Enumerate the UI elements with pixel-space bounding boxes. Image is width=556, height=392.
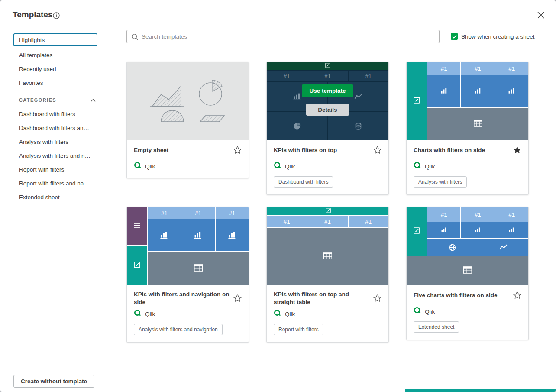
card-title: KPIs with filters on top and straight ta… (274, 291, 370, 306)
sidebar-category-dashboard-with-filters-and-nav[interactable]: Dashboard with filters an… (13, 121, 97, 135)
filter-bar (267, 207, 388, 215)
qlik-logo-icon (134, 309, 142, 319)
publisher-name: Qlik (145, 163, 155, 170)
thumbnail-kpis-filters-nav-side: #1 #1 #1 (127, 207, 249, 285)
kpi-label: #1 (427, 62, 460, 75)
favorite-star-icon[interactable] (373, 294, 382, 303)
use-template-button[interactable]: Use template (302, 84, 353, 97)
filter-bar (407, 62, 427, 140)
bar-chart-icon (461, 222, 494, 238)
sidebar-category-analysis-with-filters[interactable]: Analysis with filters (13, 135, 97, 149)
favorite-star-icon[interactable] (233, 294, 242, 303)
sidebar-item-favorites[interactable]: Favorites (13, 76, 97, 90)
template-card-charts-filters-side[interactable]: #1 #1 #1 (406, 62, 529, 195)
kpi-label: #1 (148, 207, 181, 219)
template-card-five-charts-filters-side[interactable]: #1 #1 #1 (406, 207, 529, 340)
publisher-name: Qlik (145, 311, 155, 317)
info-icon[interactable] (53, 12, 60, 19)
favorite-star-icon-filled[interactable] (513, 146, 522, 155)
globe-icon (427, 239, 478, 256)
publisher-name: Qlik (285, 163, 295, 170)
kpi-tile: #1 (427, 62, 460, 107)
template-card-kpis-filters-top[interactable]: #1 #1 #1 Use templ (266, 62, 389, 195)
card-title: KPIs with filters and navigation on side (134, 291, 230, 306)
bar-chart-icon (427, 75, 460, 107)
publisher-row: Qlik (414, 162, 522, 171)
bar-chart-icon (216, 219, 249, 251)
sidebar-item-recently-used[interactable]: Recently used (13, 62, 97, 76)
menu-icon (134, 222, 140, 230)
bar-chart-icon (461, 75, 494, 107)
sidebar-category-dashboard-with-filters[interactable]: Dashboard with filters (13, 107, 97, 121)
kpi-tile: #1 (461, 207, 494, 238)
show-when-creating-toggle[interactable]: Show when creating a sheet (451, 32, 535, 41)
table-icon (463, 266, 472, 275)
template-card-empty-sheet[interactable]: Empty sheet Qlik (126, 62, 249, 178)
sheet-icon (134, 262, 140, 270)
card-title: KPIs with filters on top (274, 146, 370, 154)
bar-chart-icon (495, 222, 528, 238)
line-chart-icon (478, 239, 529, 256)
sidebar-category-extended-sheet[interactable]: Extended sheet (13, 190, 97, 204)
kpi-tile: #1 (216, 207, 249, 251)
sheet-icon (414, 227, 420, 236)
qlik-logo-icon (414, 307, 421, 316)
thumbnail-charts-filters-side: #1 #1 #1 (407, 62, 528, 140)
thumbnail-empty-sheet (127, 62, 249, 140)
chart-tiles-row (427, 239, 528, 256)
kpi-tile: #1 (148, 207, 181, 251)
filter-bar (407, 207, 427, 256)
navigation-bar (127, 207, 147, 245)
kpi-tile: #1 (181, 207, 214, 251)
thumbnail-kpis-top-straight-table: #1 #1 #1 (267, 207, 388, 285)
kpi-tiles-row: #1 #1 #1 (148, 207, 249, 251)
card-body: Empty sheet Qlik (127, 140, 249, 178)
kpi-tile: #1 (495, 207, 528, 238)
category-tag: Dashboard with filters (274, 176, 333, 188)
template-card-kpis-top-straight-table[interactable]: #1 #1 #1 KPIs with filters on top and st… (266, 207, 389, 343)
table-icon (194, 264, 203, 273)
card-title: Empty sheet (134, 146, 230, 154)
close-icon[interactable] (537, 12, 545, 19)
create-without-template-button[interactable]: Create without template (13, 375, 94, 388)
category-tag: Analysis with filters (414, 176, 467, 188)
kpi-tile: #1 (427, 207, 460, 238)
kpi-label: #1 (181, 207, 214, 219)
kpi-label: #1 (495, 62, 528, 75)
chevron-up-icon[interactable] (91, 96, 96, 104)
search-icon (131, 33, 139, 41)
qlik-logo-icon (414, 162, 421, 171)
thumbnail-five-charts-filters-side: #1 #1 #1 (407, 207, 528, 285)
sidebar-category-report-with-filters-and-nav[interactable]: Report with filters and na… (13, 176, 97, 190)
favorite-star-icon[interactable] (233, 146, 242, 155)
card-body: Charts with filters on side Qlik Analysi… (407, 140, 528, 194)
table-icon (474, 120, 482, 129)
sidebar-category-analysis-with-filters-and-nav[interactable]: Analysis with filters and n… (13, 149, 97, 162)
table-area (427, 108, 528, 140)
sidebar-item-all-templates[interactable]: All templates (13, 48, 97, 62)
kpi-header-row: #1 #1 #1 (267, 216, 388, 227)
categories-label: CATEGORIES (19, 97, 56, 103)
table-area (407, 256, 528, 285)
sheet-icon (326, 207, 331, 215)
publisher-row: Qlik (134, 162, 242, 171)
kpi-tiles-row: #1 #1 #1 (427, 62, 528, 107)
favorite-star-icon[interactable] (513, 291, 522, 300)
qlik-logo-icon (274, 309, 281, 319)
card-body: Five charts with filters on side Qlik Ex… (407, 285, 528, 340)
template-card-kpis-filters-nav-side[interactable]: #1 #1 #1 (126, 207, 249, 343)
category-tag: Report with filters (274, 324, 323, 335)
filter-bar (127, 246, 147, 285)
category-tag: Analysis with filters and navigation (134, 324, 223, 335)
categories-header: CATEGORIES (13, 93, 97, 107)
search-input[interactable] (127, 30, 439, 43)
favorite-star-icon[interactable] (373, 146, 382, 155)
publisher-row: Qlik (274, 162, 382, 171)
card-title: Five charts with filters on side (414, 292, 510, 299)
sidebar-category-report-with-filters[interactable]: Report with filters (13, 162, 97, 176)
checkbox-checked-icon[interactable] (451, 33, 458, 40)
details-button[interactable]: Details (306, 104, 349, 116)
kpi-tile: #1 (267, 216, 307, 227)
search-box (126, 30, 440, 43)
sidebar-item-highlights[interactable]: Highlights (13, 33, 97, 46)
